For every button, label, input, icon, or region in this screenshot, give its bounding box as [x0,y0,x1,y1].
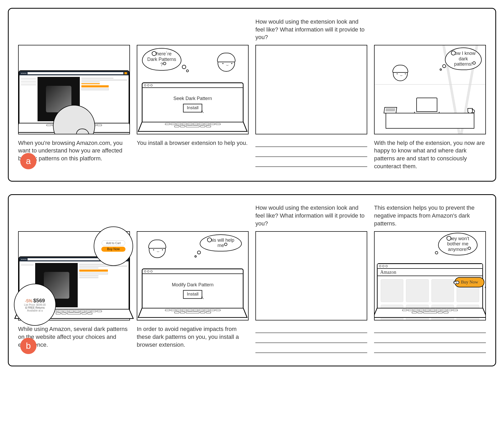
fill-lines-b3[interactable] [255,325,367,355]
prompt-a4 [374,16,486,45]
prompt-b3: How would using the extension look and f… [255,202,367,231]
panel-row-b: amazon [18,231,486,355]
buy-now-pill[interactable]: Buy Now ↖ [455,277,485,287]
panel-b1: amazon [18,231,130,321]
badge-a: a [20,153,36,169]
thought-bubble: This will help me [200,234,242,251]
prompt-b4: This extension helps you to prevent the … [374,202,486,231]
panel-a1: amazon [18,45,130,134]
zoom-price: -5% $569 List Price: $599.00 & FREE Retu… [14,284,56,326]
desk-laptop [416,98,439,114]
thought-bubble: Now I know dark patterns! [445,48,482,70]
cursor-icon: ↖ [484,285,486,291]
panel-a3 [255,45,367,134]
thought-text: This will help me [207,238,234,248]
panel-b4: They won't bother me anymore! Amazon B [374,231,486,321]
toggle-icon[interactable] [454,281,459,284]
window-title: Modify Dark Pattern [172,282,213,288]
prompt-a2 [137,16,249,45]
prompt-a1 [18,16,130,45]
cursor-icon: ↖ [201,109,204,115]
caption-a2: You install a browser extension to help … [137,139,249,147]
storyboard-a: a How would using the extension look and… [8,8,496,182]
prompt-row-b: How would using the extension look and f… [18,202,486,231]
site-label: Amazon [380,269,396,275]
caption-b2: In order to avoid negative impacts from … [137,325,249,349]
window-title: Seek Dark Pattern [173,96,212,102]
desk [386,113,474,129]
panel-row-a: amazon [18,45,486,170]
panel-a4: Now I know dark patterns! • ‿ • [374,45,486,134]
zoom-buybox: Add to Cart Buy Now [94,226,133,266]
prompt-b2 [137,202,249,231]
prompt-a3: How would using the extension look and f… [255,16,367,45]
thought-bubble: They won't bother me anymore! [438,233,477,255]
mug-icon [468,108,473,113]
storyboard-b: b How would using the extension look and… [8,194,496,367]
thought-text: Now I know dark patterns! [451,51,475,67]
thought-bubble: Where´re Dark Patterns ? [142,48,181,71]
badge-b: b [20,338,36,354]
thought-text: Where´re Dark Patterns ? [147,51,176,67]
panel-a2: Where´re Dark Patterns ? • ‿ • Seek Dark… [137,45,249,134]
cursor-icon: ↖ [201,295,204,301]
fill-lines-b4[interactable] [374,325,486,355]
panel-b3 [255,231,367,321]
caption-a4: With the help of the extension, you now … [374,139,486,170]
paper-icon [384,107,397,113]
install-button[interactable]: Install ↖ [183,290,202,299]
thought-text: They won't bother me anymore! [447,236,469,252]
panel-b2: This will help me • ‿ • Modify Dark Patt… [137,231,249,321]
fill-lines-a3[interactable] [255,139,367,169]
install-button[interactable]: Install ↖ [183,104,202,113]
prompt-row-a: How would using the extension look and f… [18,16,486,45]
